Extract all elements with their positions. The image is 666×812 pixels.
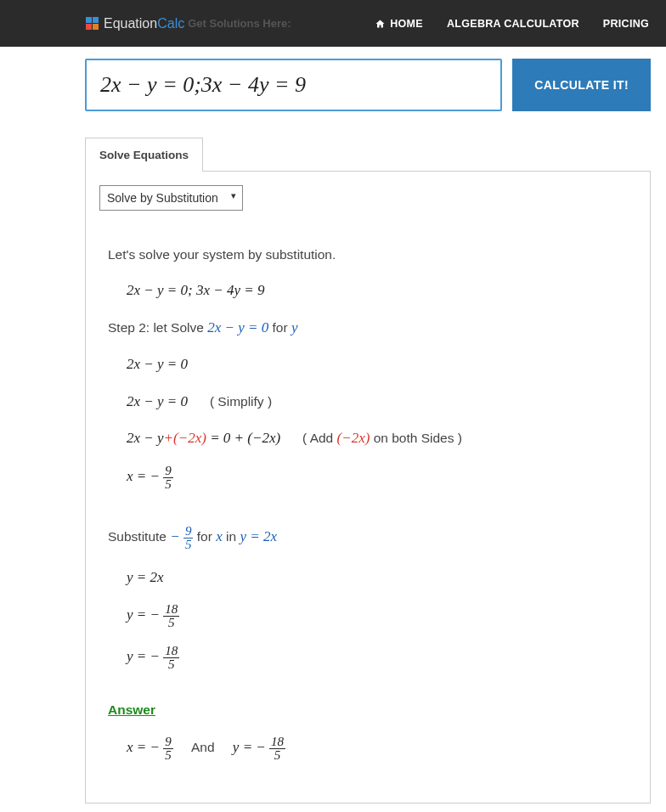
sub-mid1: for	[197, 529, 216, 544]
l3-add: +(−2x)	[164, 430, 206, 446]
l3-note-post: on both Sides )	[370, 431, 462, 445]
work-line-3: 2x − y+(−2x) = 0 + (−2x) ( Add (−2x) on …	[108, 427, 628, 449]
nav-algebra[interactable]: ALGEBRA CALCULATOR	[447, 18, 579, 30]
intro-text: Let's solve your system by substitution.	[108, 245, 628, 264]
work-line-1: 2x − y = 0	[108, 353, 628, 375]
ans-y-num: 18	[269, 736, 285, 749]
y3-pre: y = −	[127, 649, 163, 665]
substitute-line: Substitute − 95 for x in y = 2x	[108, 525, 628, 551]
nav-home-label: HOME	[390, 18, 423, 30]
y-line-1: y = 2x	[108, 567, 628, 589]
ans-and: And	[191, 740, 215, 754]
input-row: CALCULATE IT!	[85, 59, 651, 111]
ans-y-den: 5	[269, 749, 285, 762]
step2-pre: Step 2: let Solve	[108, 320, 207, 335]
y2-num: 18	[163, 603, 179, 617]
tagline: Get Solutions Here:	[188, 17, 291, 30]
answer-line: x = − 95 And y = − 185	[108, 736, 628, 762]
y-line-2: y = − 185	[108, 603, 628, 629]
step2-mid: for	[273, 320, 291, 335]
work-line-2-note: ( Simplify )	[210, 394, 272, 409]
logo-text-1: Equation	[104, 16, 157, 31]
sub-num: 9	[183, 525, 194, 539]
y3-den: 5	[163, 658, 179, 671]
home-icon	[375, 19, 386, 29]
ans-x-pre: x = −	[127, 739, 163, 755]
y2-pre: y = −	[127, 607, 163, 623]
l3-left: 2x − y	[127, 430, 164, 446]
l4-den: 5	[163, 478, 173, 491]
step2-line: Step 2: let Solve 2x − y = 0 for y	[108, 317, 628, 339]
logo-text-2: Calc	[157, 16, 184, 31]
l3-note-pre: ( Add	[302, 431, 337, 445]
l3-right: = 0 + (−2x)	[206, 430, 280, 446]
sub-den: 5	[183, 539, 194, 551]
ans-x-num: 9	[163, 736, 173, 749]
y3-num: 18	[163, 645, 179, 658]
nav-links: HOME ALGEBRA CALCULATOR PRICING	[375, 18, 649, 30]
tab-solve-equations[interactable]: Solve Equations	[85, 138, 203, 172]
sub-x: x	[216, 528, 223, 544]
y-line-3: y = − 185	[108, 645, 628, 671]
system-equation: 2x − y = 0; 3x − 4y = 9	[108, 279, 628, 302]
ans-y-pre: y = −	[233, 739, 269, 755]
logo[interactable]: EquationCalc Get Solutions Here:	[85, 16, 291, 31]
solution-panel: Solve by Substitution Let's solve your s…	[85, 171, 651, 804]
sub-pre: Substitute	[108, 529, 170, 544]
main-container: CALCULATE IT! Solve Equations Solve by S…	[0, 47, 666, 804]
logo-icon	[85, 17, 99, 31]
step2-var: y	[291, 319, 298, 336]
answer-label: Answer	[108, 700, 628, 719]
top-navbar: EquationCalc Get Solutions Here: HOME AL…	[0, 0, 666, 47]
calculate-button[interactable]: CALCULATE IT!	[512, 59, 651, 111]
solution-content: Let's solve your system by substitution.…	[99, 245, 636, 762]
ans-x-den: 5	[163, 749, 173, 762]
y2-den: 5	[163, 617, 179, 629]
work-line-2: 2x − y = 0 ( Simplify )	[108, 391, 628, 413]
l4-num: 9	[163, 465, 173, 478]
l3-note-red: (−2x)	[337, 430, 370, 446]
nav-home[interactable]: HOME	[375, 18, 423, 30]
work-line-2-eq: 2x − y = 0	[127, 393, 188, 409]
equation-input[interactable]	[85, 59, 502, 111]
method-select[interactable]: Solve by Substitution	[99, 185, 243, 211]
sub-eq: y = 2x	[240, 528, 277, 544]
work-line-4: x = − 95	[108, 465, 628, 491]
nav-pricing[interactable]: PRICING	[603, 18, 649, 30]
step2-eq: 2x − y = 0	[207, 319, 268, 336]
l4-pre: x = −	[127, 468, 163, 484]
sub-mid2: in	[226, 529, 240, 544]
